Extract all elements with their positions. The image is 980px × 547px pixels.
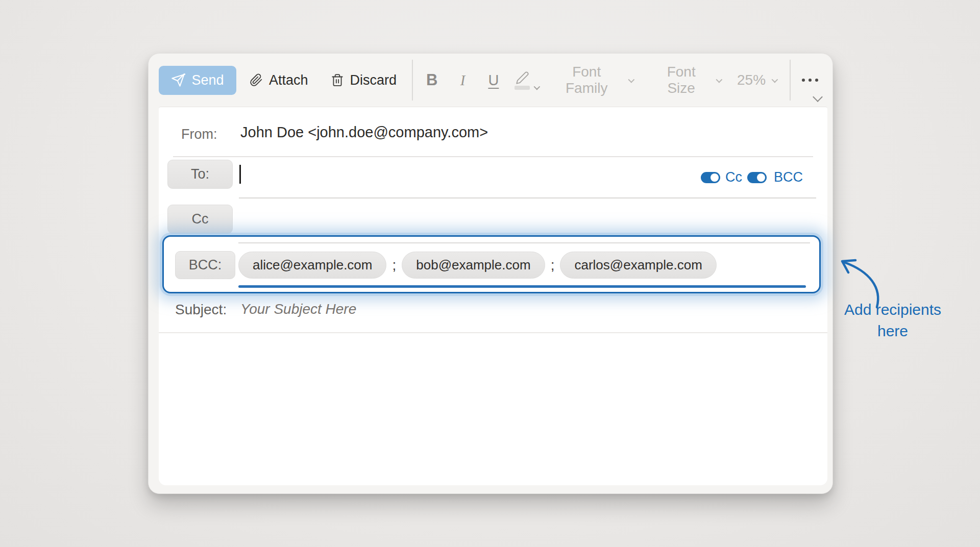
send-label: Send — [191, 72, 224, 88]
compose-window: Send Attach Discard B I U Font Family Fo… — [148, 53, 833, 494]
recipient-pill[interactable]: carlos@example.com — [560, 252, 716, 279]
chevron-down-icon — [534, 83, 541, 90]
zoom-dropdown[interactable]: 25% — [737, 72, 776, 88]
trash-icon — [331, 73, 344, 87]
collapse-toolbar-icon[interactable] — [813, 92, 823, 102]
cc-field-button[interactable]: Cc — [167, 205, 233, 234]
font-family-label: Font Family — [551, 64, 622, 96]
discard-label: Discard — [350, 72, 397, 88]
to-input[interactable] — [235, 160, 674, 190]
subject-input[interactable]: Your Subject Here — [240, 301, 356, 317]
more-options-button[interactable] — [798, 74, 822, 86]
cc-toggle-label[interactable]: Cc — [725, 169, 742, 185]
bcc-recipient-list: alice@example.com ; bob@example.com ; ca… — [238, 251, 717, 280]
from-value: John Doe <john.doe@company.com> — [240, 124, 488, 141]
recipient-toggles: Cc BCC — [701, 169, 803, 185]
cc-toggle[interactable] — [701, 172, 720, 183]
chevron-down-icon — [716, 76, 723, 83]
message-body[interactable] — [159, 333, 827, 485]
recipient-pill[interactable]: bob@example.com — [402, 252, 545, 279]
subject-label: Subject: — [175, 302, 227, 318]
chevron-down-icon — [772, 76, 778, 83]
font-size-dropdown[interactable]: Font Size — [652, 64, 721, 96]
recipient-separator: ; — [551, 257, 555, 274]
compose-form: From: John Doe <john.doe@company.com> To… — [159, 107, 827, 485]
bcc-field-label[interactable]: BCC: — [175, 251, 235, 279]
compose-toolbar: Send Attach Discard B I U Font Family Fo… — [149, 54, 832, 107]
highlighter-icon — [514, 71, 530, 90]
bcc-toggle[interactable] — [747, 172, 767, 183]
underline-button[interactable]: U — [483, 72, 504, 89]
attach-label: Attach — [269, 72, 308, 88]
toolbar-divider — [790, 60, 791, 101]
field-divider — [239, 197, 816, 198]
chevron-down-icon — [628, 76, 635, 83]
focused-field-underline — [238, 285, 806, 288]
field-divider — [173, 156, 813, 157]
field-divider — [238, 242, 810, 243]
recipient-pill[interactable]: alice@example.com — [238, 252, 386, 279]
annotation-text: Add recipients here — [835, 299, 950, 342]
attach-button[interactable]: Attach — [250, 72, 308, 88]
bcc-field-highlight[interactable]: BCC: alice@example.com ; bob@example.com… — [162, 235, 821, 293]
from-label: From: — [181, 127, 217, 142]
highlight-color-button[interactable] — [514, 71, 538, 90]
font-size-label: Font Size — [652, 64, 710, 96]
paperclip-icon — [250, 72, 263, 88]
zoom-value: 25% — [737, 72, 766, 88]
toolbar-divider — [412, 60, 413, 101]
font-family-dropdown[interactable]: Font Family — [551, 64, 633, 96]
recipient-separator: ; — [392, 257, 396, 274]
text-cursor — [239, 165, 241, 184]
send-button[interactable]: Send — [159, 66, 236, 95]
italic-button[interactable]: I — [452, 72, 473, 89]
highlight-swatch — [514, 86, 530, 90]
bold-button[interactable]: B — [421, 71, 443, 89]
ellipsis-icon — [802, 79, 805, 82]
bcc-toggle-label[interactable]: BCC — [774, 169, 803, 185]
send-icon — [171, 73, 185, 87]
discard-button[interactable]: Discard — [331, 72, 397, 88]
to-field-button[interactable]: To: — [167, 160, 233, 189]
